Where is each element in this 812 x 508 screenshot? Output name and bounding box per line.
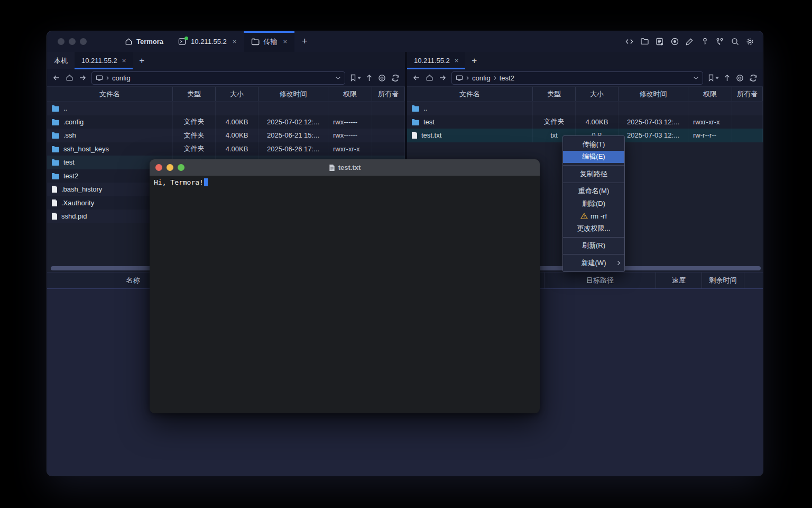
- tab-remote-session[interactable]: 10.211.55.2 ×: [407, 52, 465, 69]
- close-window-icon[interactable]: [58, 38, 64, 45]
- computer-icon: [456, 75, 463, 81]
- home-icon[interactable]: [426, 74, 433, 81]
- warning-icon: [580, 213, 588, 219]
- column-header-remaining[interactable]: 剩余时间: [702, 273, 744, 288]
- new-tab-button[interactable]: +: [294, 31, 315, 52]
- record-icon[interactable]: [670, 37, 679, 46]
- folder-icon: [51, 105, 60, 112]
- upload-icon[interactable]: [366, 74, 373, 82]
- key-icon[interactable]: [700, 37, 709, 46]
- path-segment[interactable]: test2: [500, 74, 514, 82]
- path-segment[interactable]: config: [112, 74, 131, 82]
- column-header-type[interactable]: 类型: [533, 87, 576, 101]
- new-panel-tab-button[interactable]: +: [133, 52, 151, 69]
- window-controls[interactable]: [47, 31, 87, 52]
- screen: Termora 10.211.55.2 × 传输 × +: [0, 0, 812, 508]
- log-icon[interactable]: [655, 37, 664, 46]
- tab-close-icon[interactable]: ×: [233, 38, 237, 46]
- tab-close-icon[interactable]: ×: [283, 38, 287, 46]
- refresh-icon[interactable]: [391, 74, 400, 82]
- tab-close-icon[interactable]: ×: [122, 57, 126, 65]
- editor-window-controls[interactable]: [150, 164, 184, 171]
- right-table-header: 文件名 类型 大小 修改时间 权限 所有者: [407, 86, 763, 102]
- maximize-window-icon[interactable]: [178, 164, 184, 171]
- table-row[interactable]: .config 文件夹4.00KB2025-07-02 12:...rwx---…: [47, 115, 405, 129]
- new-panel-tab-button[interactable]: +: [465, 52, 483, 69]
- chevron-right-icon: [106, 76, 109, 80]
- termora-window: Termora 10.211.55.2 × 传输 × +: [47, 31, 763, 476]
- edit-icon[interactable]: [685, 37, 694, 46]
- code-icon[interactable]: [625, 37, 634, 46]
- bookmark-icon[interactable]: [708, 74, 719, 81]
- menu-item-edit[interactable]: 编辑(E): [563, 151, 624, 164]
- editor-content[interactable]: Hi, Termora!: [150, 176, 540, 189]
- path-segment[interactable]: config: [472, 74, 491, 82]
- show-hidden-icon[interactable]: [377, 74, 386, 82]
- connected-indicator-icon: [184, 37, 188, 40]
- editor-titlebar[interactable]: test.txt: [150, 159, 540, 176]
- tab-transfer[interactable]: 传输 ×: [244, 31, 294, 52]
- back-icon[interactable]: [52, 74, 61, 81]
- text-cursor: [204, 178, 208, 186]
- tab-close-icon[interactable]: ×: [455, 57, 459, 65]
- back-icon[interactable]: [412, 74, 421, 81]
- file-icon: [411, 131, 418, 139]
- tab-home[interactable]: Termora: [117, 31, 171, 52]
- folder-icon: [51, 173, 60, 179]
- column-header-speed[interactable]: 速度: [656, 273, 702, 288]
- folder-icon[interactable]: [640, 37, 649, 46]
- home-icon[interactable]: [66, 74, 73, 81]
- terminal-icon: [178, 38, 187, 46]
- table-row[interactable]: .ssh 文件夹4.00KB2025-06-21 15:...rwx------: [47, 129, 405, 142]
- column-header-owner[interactable]: 所有者: [732, 87, 763, 101]
- column-header-size[interactable]: 大小: [216, 87, 259, 101]
- path-input[interactable]: config test2: [451, 71, 703, 85]
- column-header-name[interactable]: 文件名: [407, 87, 533, 101]
- table-row[interactable]: ..: [407, 102, 763, 115]
- table-row[interactable]: ssh_host_keys 文件夹4.00KB2025-06-26 17:...…: [47, 142, 405, 156]
- refresh-icon[interactable]: [749, 74, 758, 82]
- forward-icon[interactable]: [438, 74, 447, 81]
- column-header-perm[interactable]: 权限: [688, 87, 732, 101]
- folder-icon: [251, 38, 260, 46]
- search-icon[interactable]: [731, 37, 740, 46]
- menu-item-transfer[interactable]: 传输(T): [563, 138, 624, 151]
- minimize-window-icon[interactable]: [69, 38, 76, 45]
- upload-icon[interactable]: [724, 74, 731, 82]
- tab-local[interactable]: 本机: [47, 52, 75, 69]
- chevron-right-icon: [466, 76, 469, 80]
- column-header-size[interactable]: 大小: [576, 87, 619, 101]
- tab-session[interactable]: 10.211.55.2 ×: [171, 31, 244, 52]
- column-header-time[interactable]: 修改时间: [619, 87, 688, 101]
- menu-item-copy-path[interactable]: 复制路径: [563, 168, 624, 180]
- show-hidden-icon[interactable]: [735, 74, 744, 82]
- chevron-down-icon[interactable]: [335, 76, 341, 80]
- tab-remote-session[interactable]: 10.211.55.2 ×: [75, 52, 133, 69]
- column-header-time[interactable]: 修改时间: [259, 87, 328, 101]
- forward-icon[interactable]: [78, 74, 87, 81]
- chevron-down-icon[interactable]: [693, 76, 699, 80]
- table-row[interactable]: test 文件夹4.00KB2025-07-03 12:...rwxr-xr-x: [407, 115, 763, 129]
- tab-session-label: 10.211.55.2: [191, 38, 227, 46]
- bookmark-icon[interactable]: [350, 74, 361, 81]
- column-header-name[interactable]: 文件名: [47, 87, 173, 101]
- table-row[interactable]: ..: [47, 102, 405, 115]
- menu-item-rename[interactable]: 重命名(M): [563, 185, 624, 198]
- keychain-icon[interactable]: [715, 37, 724, 46]
- settings-icon[interactable]: [745, 37, 754, 46]
- menu-item-new[interactable]: 新建(W): [563, 257, 624, 269]
- menu-item-refresh[interactable]: 刷新(R): [563, 240, 624, 252]
- path-input[interactable]: config: [91, 71, 345, 85]
- menu-separator: [563, 254, 624, 255]
- column-header-target[interactable]: 目标路径: [545, 273, 656, 288]
- close-window-icon[interactable]: [155, 164, 162, 171]
- menu-item-rm-rf[interactable]: rm -rf: [563, 210, 624, 223]
- column-header-owner[interactable]: 所有者: [372, 87, 405, 101]
- menu-item-delete[interactable]: 删除(D): [563, 197, 624, 210]
- column-header-type[interactable]: 类型: [173, 87, 216, 101]
- left-panel-toolbar: config: [47, 69, 405, 86]
- minimize-window-icon[interactable]: [167, 164, 173, 171]
- column-header-perm[interactable]: 权限: [328, 87, 372, 101]
- menu-item-chmod[interactable]: 更改权限...: [563, 222, 624, 235]
- maximize-window-icon[interactable]: [80, 38, 87, 45]
